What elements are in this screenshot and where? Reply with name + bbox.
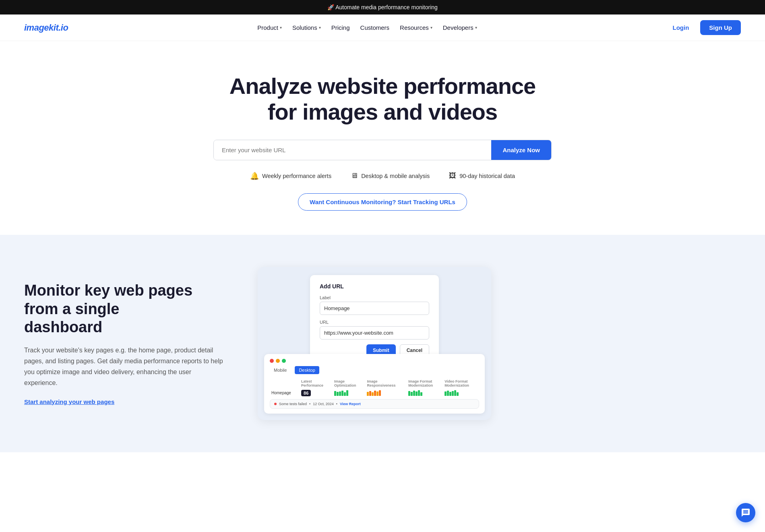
top-banner: 🚀 Automate media performance monitoring xyxy=(0,0,765,14)
nav-resources[interactable]: Resources ▾ xyxy=(396,22,436,33)
col-img-resp: ImageResponsiveness xyxy=(365,378,407,389)
feature-text: Monitor key web pages from a single dash… xyxy=(24,282,225,406)
banner-text: 🚀 Automate media performance monitoring xyxy=(327,4,438,10)
analyze-button[interactable]: Analyze Now xyxy=(491,140,551,160)
cta-tracking-button[interactable]: Want Continuous Monitoring? Start Tracki… xyxy=(298,193,467,211)
nav-customers[interactable]: Customers xyxy=(356,22,394,33)
row-img-opt xyxy=(333,389,365,397)
label-field-label: Label xyxy=(320,295,429,300)
login-button[interactable]: Login xyxy=(666,21,696,34)
col-page xyxy=(270,378,300,389)
hero-section: Analyze website performance for images a… xyxy=(0,41,765,235)
navigation: imagekit.io Product ▾ Solutions ▾ Pricin… xyxy=(0,14,765,41)
image-icon: 🖼 xyxy=(449,172,456,180)
tooltip-date: • xyxy=(309,402,310,406)
tab-row: Mobile Desktop xyxy=(270,366,479,374)
tooltip-text: Some tests failed xyxy=(279,402,307,406)
url-input-row: Analyze Now xyxy=(213,140,552,160)
traffic-lights xyxy=(270,359,479,363)
tooltip-view-report[interactable]: View Report xyxy=(340,402,361,406)
tooltip-dot xyxy=(274,403,277,405)
chevron-down-icon: ▾ xyxy=(280,25,282,30)
row-score: 86 xyxy=(300,389,333,397)
chevron-down-icon: ▾ xyxy=(430,25,432,30)
col-vid-fmt: Video FormatModernization xyxy=(443,378,479,389)
url-input[interactable] xyxy=(214,140,491,160)
col-img-opt: ImageOptimization xyxy=(333,378,365,389)
monitor-icon: 🖥 xyxy=(351,172,358,180)
logo[interactable]: imagekit.io xyxy=(24,23,68,33)
row-img-resp xyxy=(365,389,407,397)
feature-link[interactable]: Start analyzing your web pages xyxy=(24,398,114,405)
tooltip-date-value: 12 Oct, 2024 xyxy=(313,402,334,406)
nav-solutions[interactable]: Solutions ▾ xyxy=(288,22,325,33)
table-row: Homepage 86 xyxy=(270,389,479,397)
tl-red xyxy=(270,359,274,363)
nav-pricing[interactable]: Pricing xyxy=(327,22,354,33)
row-label: Homepage xyxy=(270,389,300,397)
row-vid-fmt xyxy=(443,389,479,397)
chevron-down-icon: ▾ xyxy=(319,25,321,30)
feature-section: Monitor key web pages from a single dash… xyxy=(0,235,765,452)
tooltip-bubble: Some tests failed • 12 Oct, 2024 • View … xyxy=(270,399,479,409)
add-url-title: Add URL xyxy=(320,283,429,290)
tl-yellow xyxy=(276,359,280,363)
performance-table: LatestPerformance ImageOptimization Imag… xyxy=(270,378,479,397)
col-img-fmt: Image FormatModernization xyxy=(407,378,443,389)
tl-green xyxy=(282,359,286,363)
nav-product[interactable]: Product ▾ xyxy=(253,22,286,33)
hero-features: 🔔 Weekly performance alerts 🖥 Desktop & … xyxy=(8,172,757,180)
performance-table-card: Mobile Desktop LatestPerformance ImageOp… xyxy=(264,354,485,414)
signup-button[interactable]: Sign Up xyxy=(700,20,741,35)
feature-heading: Monitor key web pages from a single dash… xyxy=(24,282,225,337)
chevron-down-icon: ▾ xyxy=(475,25,477,30)
nav-actions: Login Sign Up xyxy=(666,20,741,35)
tab-desktop[interactable]: Desktop xyxy=(295,366,319,374)
feature-alerts: 🔔 Weekly performance alerts xyxy=(250,172,331,180)
hero-heading: Analyze website performance for images a… xyxy=(221,73,544,125)
nav-developers[interactable]: Developers ▾ xyxy=(439,22,481,33)
tooltip-separator: • xyxy=(336,402,337,406)
row-img-fmt xyxy=(407,389,443,397)
bell-icon: 🔔 xyxy=(250,172,259,180)
feature-historical: 🖼 90-day historical data xyxy=(449,172,515,180)
url-field-input[interactable]: https://www.your-website.com xyxy=(320,326,429,339)
label-input[interactable]: Homepage xyxy=(320,302,429,315)
url-field-label: URL xyxy=(320,320,429,325)
tab-mobile[interactable]: Mobile xyxy=(270,366,291,374)
nav-links: Product ▾ Solutions ▾ Pricing Customers … xyxy=(253,22,481,33)
feature-desktop-mobile: 🖥 Desktop & mobile analysis xyxy=(351,172,430,180)
add-url-card: Add URL Label Homepage URL https://www.y… xyxy=(310,275,439,364)
dashboard-mockup: Add URL Label Homepage URL https://www.y… xyxy=(258,267,491,420)
col-latest: LatestPerformance xyxy=(300,378,333,389)
feature-description: Track your website's key pages e.g. the … xyxy=(24,345,225,389)
